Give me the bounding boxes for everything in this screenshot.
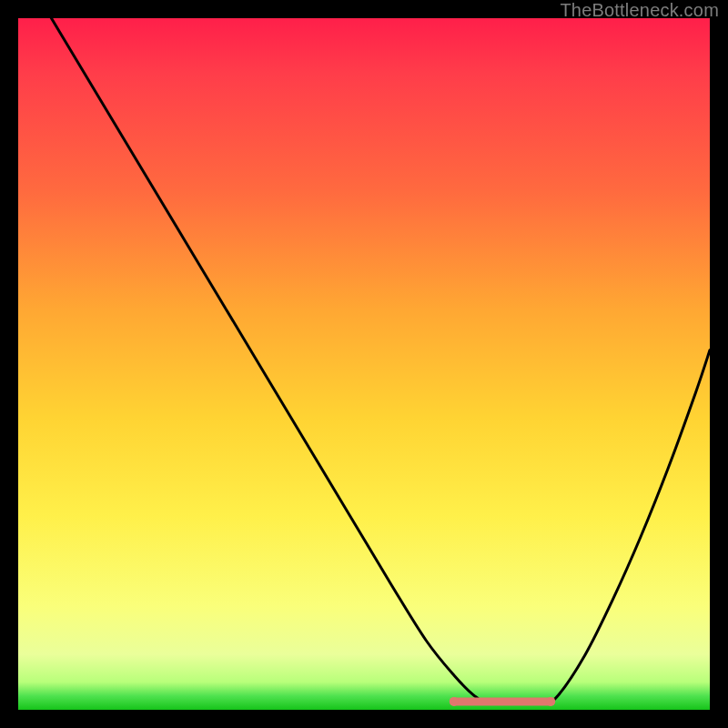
chart-frame: TheBottleneck.com [0,0,728,728]
flat-segment-endpoint-left [450,697,459,706]
curve-layer [18,18,710,710]
flat-segment-endpoint-right [546,697,555,706]
plot-area [18,18,710,710]
bottleneck-curve [18,18,710,703]
watermark-text: TheBottleneck.com [560,0,719,21]
